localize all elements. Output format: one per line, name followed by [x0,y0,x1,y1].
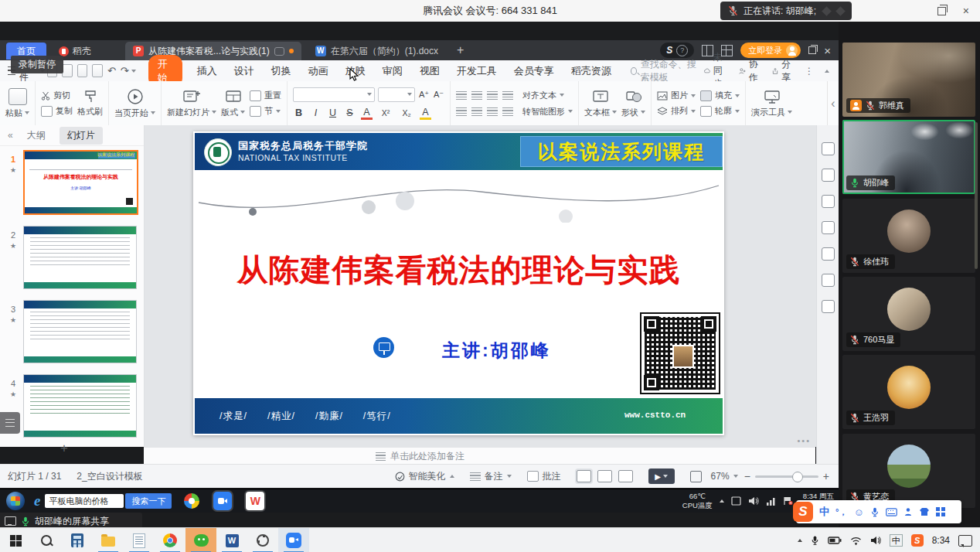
numbering-icon[interactable] [471,91,482,100]
ie-icon[interactable]: e [34,492,40,509]
tray-expand-icon[interactable] [798,539,802,542]
ime-mode-indicator[interactable]: 中 [890,534,903,547]
file-explorer-icon[interactable] [93,528,124,552]
zoom-level[interactable]: 67% [711,471,738,482]
more-icon[interactable]: ⋮ [805,66,814,77]
menu-design[interactable]: 设计 [234,64,254,78]
participant-tile[interactable]: 黄艺恋 [842,434,975,508]
normal-view-icon[interactable] [577,470,591,482]
punctuation-mode[interactable]: °， [835,506,847,518]
soft-keyboard-icon[interactable] [886,508,897,516]
participant-tile[interactable]: 760马显 [842,277,975,351]
zoom-out-button[interactable]: − [744,470,750,482]
participant-tile[interactable]: 王浩羽 [842,355,975,429]
chevron-down-icon[interactable] [131,70,136,73]
favorites-icon[interactable] [822,195,835,208]
fill-button[interactable]: 填充 [700,90,740,101]
highlight-button[interactable]: A [420,107,431,120]
meeting-app-icon[interactable] [278,528,309,552]
participant-tile[interactable]: 胡邵峰 [842,120,975,194]
browser-360-icon[interactable] [184,493,199,509]
menu-member[interactable]: 会员专享 [514,64,554,78]
play-from-current-button[interactable]: 当页开始 [114,88,155,119]
window-close-button[interactable]: × [963,0,969,22]
slide-thumb-2[interactable] [23,226,137,289]
skin-icon[interactable] [919,507,930,516]
wps-doc-tab[interactable]: W 在第六届（简约）(1).docx [308,42,446,60]
menu-devtools[interactable]: 开发工具 [457,64,497,78]
notification-center-icon[interactable] [958,535,972,547]
share-button[interactable]: 分享 [772,58,794,84]
panel-collapse-icon[interactable]: « [8,130,13,141]
collapse-ribbon-icon[interactable] [825,70,829,73]
menu-review[interactable]: 审阅 [383,64,403,78]
zoom-slider-knob[interactable] [792,472,803,482]
notes-zone[interactable]: 单击此处添加备注 [144,447,815,465]
template-name[interactable]: 2_空白设计模板 [77,470,142,483]
section-button[interactable]: 节 [250,105,281,117]
participant-tile[interactable]: 郭维真 [842,43,975,117]
clock[interactable]: 8:34 [932,535,950,546]
menu-docer-res[interactable]: 稻壳资源 [571,64,611,78]
shape-button[interactable]: 形状 [621,89,645,118]
format-painter-button[interactable]: 格式刷 [77,90,103,118]
wifi-icon[interactable] [850,537,862,545]
settings-gear-icon[interactable] [247,528,278,552]
bold-button[interactable]: B [293,107,305,118]
tencent-meeting-icon[interactable] [213,492,232,510]
align-text-button[interactable]: 对齐文本 [522,90,564,101]
new-tab-button[interactable]: + [457,43,464,57]
find-icon[interactable] [92,64,103,77]
paste-button[interactable]: 粘贴 [5,88,29,119]
menu-insert[interactable]: 插入 [197,64,217,78]
win7-start-button[interactable] [6,492,25,510]
subscript-button[interactable]: X₂ [399,108,414,118]
battery-icon[interactable] [828,537,842,544]
strikethrough-button[interactable]: S [344,107,356,118]
justify-icon[interactable] [502,107,513,116]
slide-thumb-3[interactable] [23,300,137,363]
assistant-pill[interactable]: S ? [660,43,694,58]
wechat-icon[interactable] [185,528,216,552]
zoom-in-button[interactable]: + [823,470,829,482]
redo-icon[interactable]: ↷ [121,65,129,77]
presenter-search-button[interactable]: 搜索一下 [125,493,172,509]
tab-slides[interactable]: 幻灯片 [60,127,103,145]
slideshow-play-button[interactable]: ▶ [648,469,675,484]
increase-font-button[interactable]: A⁺ [418,90,430,100]
cut-button[interactable]: 剪切 [41,90,73,101]
smart-graphic-button[interactable]: 转智能图形 [522,106,573,118]
word-icon[interactable]: W [216,528,247,552]
presenter-search-input[interactable] [45,494,124,508]
handwriting-icon[interactable] [903,507,913,516]
sogou-logo-icon[interactable]: S [793,502,813,522]
sogou-tray-icon[interactable]: S [911,534,924,547]
font-size-select[interactable] [378,87,415,102]
zoom-slider[interactable] [755,475,818,478]
chrome-icon[interactable] [155,528,185,552]
indent-increase-icon[interactable] [502,91,513,100]
mic-tray-icon[interactable] [811,535,819,546]
toolbox-icon[interactable] [936,507,945,516]
undo-icon[interactable]: ↶ [107,65,116,77]
properties-icon[interactable] [822,142,835,155]
taskbar-search-button[interactable] [31,528,62,552]
font-color-button[interactable]: A [361,107,373,120]
picture-button[interactable]: 图片 [657,90,696,101]
copy-button[interactable]: 复制 [41,105,73,117]
voice-input-icon[interactable] [870,507,880,517]
new-slide-button[interactable]: 新建幻灯片 [167,89,216,118]
ribbon-side-chevron[interactable]: ‹ [827,81,839,125]
italic-button[interactable]: I [310,107,322,118]
start-button[interactable] [0,528,31,552]
animation-pane-icon[interactable] [822,169,835,182]
align-left-icon[interactable] [456,107,467,116]
tablet-icon[interactable] [731,496,741,506]
decrease-font-button[interactable]: A⁻ [433,90,444,100]
reading-view-icon[interactable] [618,470,633,482]
sorter-view-icon[interactable] [597,470,612,482]
layout-button[interactable]: 版式 [221,89,245,118]
superscript-button[interactable]: X² [378,108,393,118]
template-icon[interactable] [822,221,835,234]
action-center-flag-icon[interactable] [783,496,793,506]
